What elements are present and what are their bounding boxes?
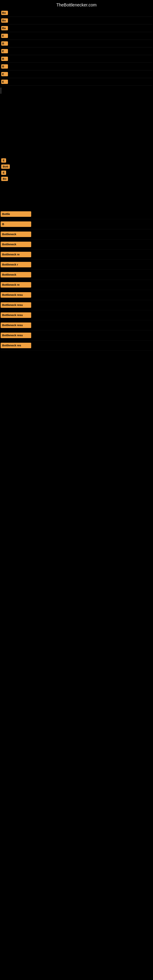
- bottom-result-row-9: Bottleneck resu: [1, 300, 152, 310]
- bottom-result-row-8: Bottleneck resu: [1, 290, 152, 300]
- top-item-7: B: [1, 63, 152, 70]
- middle-item-e: E: [1, 158, 152, 164]
- middle-section: E Bott E Bo: [0, 156, 153, 183]
- middle-badge-bo: Bo: [1, 177, 8, 181]
- bottom-result-row-3: Bottleneck: [1, 240, 152, 250]
- bottom-result-badge-1: B: [1, 221, 31, 227]
- middle-badge-e2: E: [1, 170, 6, 175]
- bottom-result-badge-3: Bottleneck: [1, 242, 31, 247]
- top-item-2: Ba: [1, 24, 152, 32]
- bottom-result-row-1: B: [1, 219, 152, 229]
- middle-item-bo: Bo: [1, 176, 152, 182]
- top-item-6: B: [1, 55, 152, 63]
- top-badge-3: E: [1, 34, 8, 38]
- bottom-result-row-0: Bottle: [1, 209, 152, 219]
- top-item-9: E: [1, 78, 152, 86]
- bottom-result-badge-6: Bottleneck: [1, 272, 31, 277]
- bottom-result-badge-7: Bottleneck re: [1, 282, 31, 288]
- middle-item-e2: E: [1, 170, 152, 176]
- top-badge-9: E: [1, 80, 8, 84]
- top-items-list: BoBoBaEBEBBEE: [0, 9, 153, 86]
- middle-badge-e: E: [1, 158, 6, 162]
- bottom-result-row-5: Bottleneck r: [1, 260, 152, 270]
- bottom-result-badge-10: Bottleneck resu: [1, 312, 31, 318]
- site-title: TheBottlenecker.com: [0, 0, 153, 9]
- bottom-result-row-11: Bottleneck resu: [1, 320, 152, 331]
- bottom-result-badge-13: Bottleneck res: [1, 343, 31, 348]
- bottom-result-badge-2: Bottleneck: [1, 232, 31, 237]
- bottom-result-badge-8: Bottleneck resu: [1, 292, 31, 298]
- bottom-result-row-10: Bottleneck resu: [1, 310, 152, 320]
- top-item-1: Bo: [1, 17, 152, 24]
- top-item-0: Bo: [1, 9, 152, 17]
- top-badge-7: B: [1, 64, 8, 68]
- middle-item-bott: Bott: [1, 164, 152, 170]
- top-badge-6: B: [1, 57, 8, 61]
- top-badge-1: Bo: [1, 18, 8, 23]
- bottom-result-row-7: Bottleneck re: [1, 280, 152, 290]
- bottom-result-badge-5: Bottleneck r: [1, 262, 31, 267]
- top-badge-0: Bo: [1, 11, 8, 15]
- top-badge-8: E: [1, 72, 8, 76]
- bottom-result-row-12: Bottleneck resu: [1, 331, 152, 340]
- chart-area: [0, 95, 153, 156]
- top-item-8: E: [1, 70, 152, 78]
- top-item-4: B: [1, 40, 152, 48]
- bottom-result-row-2: Bottleneck: [1, 229, 152, 240]
- bottom-result-row-6: Bottleneck: [1, 270, 152, 280]
- bottom-result-badge-4: Bottleneck re: [1, 252, 31, 257]
- top-badge-4: B: [1, 41, 8, 46]
- bottom-result-row-4: Bottleneck re: [1, 250, 152, 260]
- bottom-result-badge-0: Bottle: [1, 211, 31, 217]
- middle-badge-bott: Bott: [1, 164, 10, 169]
- bottom-results-section: BottleBBottleneckBottleneckBottleneck re…: [0, 208, 153, 352]
- vertical-divider: [1, 88, 1, 94]
- bottom-result-badge-11: Bottleneck resu: [1, 323, 31, 328]
- bottom-result-badge-9: Bottleneck resu: [1, 302, 31, 308]
- top-badge-5: E: [1, 49, 8, 53]
- bottom-result-row-13: Bottleneck res: [1, 340, 152, 351]
- bottom-result-badge-12: Bottleneck resu: [1, 332, 31, 338]
- top-item-5: E: [1, 48, 152, 55]
- top-badge-2: Ba: [1, 26, 8, 30]
- spacer: [0, 183, 153, 208]
- top-item-3: E: [1, 32, 152, 40]
